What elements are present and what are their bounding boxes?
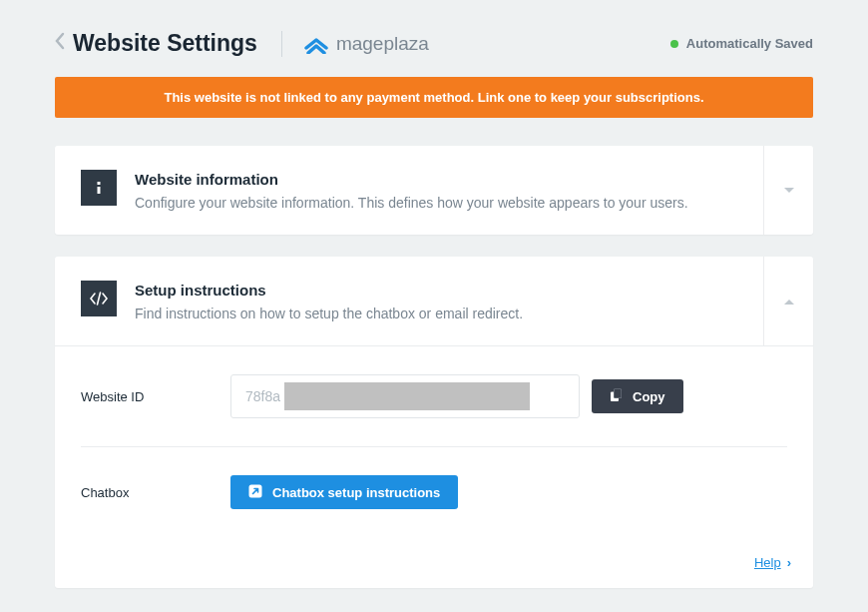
svg-rect-1: [98, 187, 101, 194]
chevron-down-icon: [783, 187, 795, 195]
panel-subtitle: Find instructions on how to setup the ch…: [135, 306, 523, 321]
info-icon: [81, 170, 117, 206]
brand[interactable]: mageplaza: [304, 33, 429, 55]
external-link-icon: [248, 484, 262, 501]
back-chevron-icon[interactable]: [55, 32, 65, 55]
expand-toggle[interactable]: [763, 146, 813, 235]
chatbox-setup-button[interactable]: Chatbox setup instructions: [230, 475, 458, 509]
website-info-panel: Website information Configure your websi…: [55, 146, 813, 235]
status-dot-icon: [670, 40, 678, 48]
panel-text: Setup instructions Find instructions on …: [135, 281, 523, 321]
page-header: Website Settings mageplaza Automatically…: [0, 0, 868, 77]
help-link[interactable]: Help: [754, 555, 781, 570]
panel-body: Website ID Copy Chatbox: [55, 345, 813, 537]
setup-instructions-panel: Setup instructions Find instructions on …: [55, 257, 813, 588]
panel-title: Website information: [135, 171, 688, 188]
warning-banner[interactable]: This website is not linked to any paymen…: [55, 77, 813, 118]
field-label: Chatbox: [81, 485, 230, 500]
panel-head-main: Setup instructions Find instructions on …: [55, 257, 763, 345]
chatbox-row: Chatbox Chatbox setup instructions: [81, 447, 787, 537]
vertical-divider: [281, 31, 282, 57]
collapse-toggle[interactable]: [763, 257, 813, 345]
panel-head: Website information Configure your websi…: [55, 146, 813, 235]
svg-rect-0: [98, 182, 101, 185]
copy-button-label: Copy: [633, 389, 665, 404]
field-content: Copy: [230, 374, 683, 418]
panel-head: Setup instructions Find instructions on …: [55, 257, 813, 345]
chevron-right-icon: ›: [787, 555, 791, 570]
status-text: Automatically Saved: [686, 36, 813, 51]
brand-logo-icon: [304, 34, 328, 54]
panel-footer: Help ›: [55, 537, 813, 588]
redaction-mask: [284, 382, 530, 410]
field-label: Website ID: [81, 389, 230, 404]
header-left: Website Settings mageplaza: [55, 30, 429, 57]
panel-text: Website information Configure your websi…: [135, 170, 688, 211]
save-status: Automatically Saved: [670, 36, 813, 51]
panel-head-main: Website information Configure your websi…: [55, 146, 763, 235]
brand-name: mageplaza: [336, 33, 429, 55]
panel-subtitle: Configure your website information. This…: [135, 195, 688, 211]
chevron-up-icon: [783, 298, 795, 306]
website-id-row: Website ID Copy: [81, 346, 787, 447]
copy-icon: [610, 388, 623, 405]
svg-rect-4: [615, 389, 622, 398]
copy-button[interactable]: Copy: [592, 379, 683, 413]
page-title: Website Settings: [73, 30, 257, 57]
field-content: Chatbox setup instructions: [230, 475, 458, 509]
code-icon: [81, 281, 117, 316]
input-wrapper: [230, 374, 580, 418]
chatbox-button-label: Chatbox setup instructions: [272, 485, 440, 500]
panel-title: Setup instructions: [135, 282, 523, 299]
